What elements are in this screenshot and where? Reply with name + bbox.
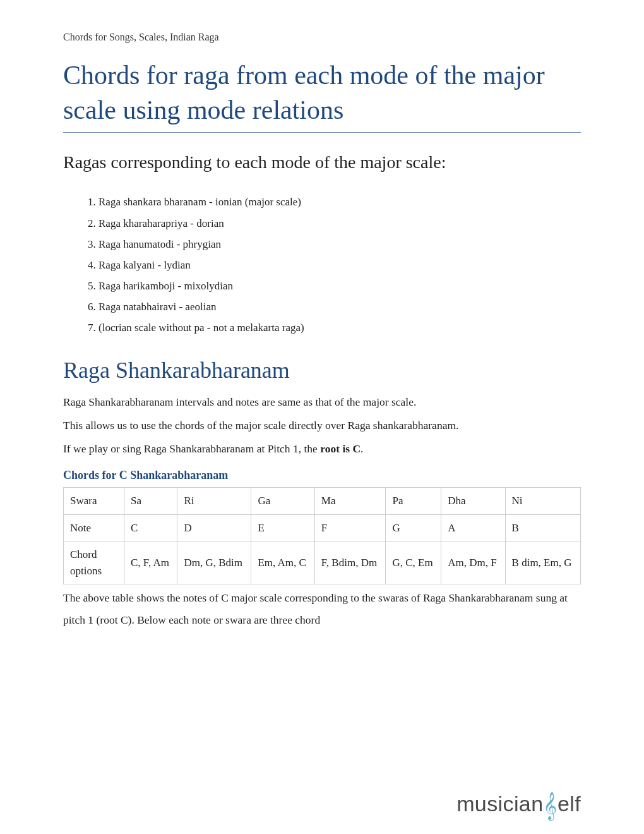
body-paragraph: The above table shows the notes of C maj…: [63, 587, 581, 631]
brand-logo: musician𝄞elf: [456, 792, 581, 816]
chords-table-title: Chords for C Shankarabharanam: [63, 469, 581, 482]
list-item: Raga hanumatodi - phrygian: [98, 234, 581, 255]
table-cell: E: [251, 514, 314, 541]
body-paragraph: Raga Shankarabharanam intervals and note…: [63, 391, 581, 413]
table-cell: Em, Am, C: [251, 541, 314, 584]
table-row: Swara Sa Ri Ga Ma Pa Dha Ni: [64, 488, 581, 515]
body-bold: root is C: [320, 442, 361, 455]
row-header: Swara: [64, 488, 124, 515]
table-cell: Sa: [124, 488, 177, 515]
row-header: Note: [64, 514, 124, 541]
body-text: .: [361, 442, 363, 455]
page-title: Chords for raga from each mode of the ma…: [63, 58, 581, 133]
table-cell: B: [505, 514, 580, 541]
chords-table: Swara Sa Ri Ga Ma Pa Dha Ni Note C D E F…: [63, 487, 581, 584]
body-paragraph: This allows us to use the chords of the …: [63, 414, 581, 437]
table-cell: A: [441, 514, 505, 541]
brand-text-right: elf: [558, 792, 581, 816]
table-cell: G: [386, 514, 441, 541]
table-cell: C: [124, 514, 177, 541]
body-text: If we play or sing Raga Shankarabharanam…: [63, 442, 320, 455]
brand-text-left: musician: [456, 792, 543, 816]
list-item: Raga harikamboji - mixolydian: [98, 275, 581, 296]
list-item: (locrian scale without pa - not a melaka…: [98, 317, 581, 338]
table-cell: Ma: [314, 488, 386, 515]
table-cell: F, Bdim, Dm: [314, 541, 386, 584]
table-cell: Am, Dm, F: [441, 541, 505, 584]
table-cell: B dim, Em, G: [505, 541, 580, 584]
section-subtitle: Ragas corresponding to each mode of the …: [63, 145, 581, 179]
table-cell: Pa: [386, 488, 441, 515]
table-cell: Ri: [177, 488, 251, 515]
table-row: Chord options C, F, Am Dm, G, Bdim Em, A…: [64, 541, 581, 584]
list-item: Raga shankara bharanam - ionian (major s…: [98, 191, 581, 212]
table-cell: Ga: [251, 488, 314, 515]
table-cell: C, F, Am: [124, 541, 177, 584]
body-paragraph: If we play or sing Raga Shankarabharanam…: [63, 438, 581, 460]
table-cell: Ni: [505, 488, 580, 515]
treble-clef-icon: 𝄞: [543, 795, 557, 816]
table-cell: Dha: [441, 488, 505, 515]
table-cell: F: [314, 514, 386, 541]
table-cell: D: [177, 514, 251, 541]
table-row: Note C D E F G A B: [64, 514, 581, 541]
table-cell: Dm, G, Bdim: [177, 541, 251, 584]
breadcrumb: Chords for Songs, Scales, Indian Raga: [63, 32, 581, 43]
list-item: Raga natabhairavi - aeolian: [98, 296, 581, 317]
list-item: Raga kharaharapriya - dorian: [98, 213, 581, 234]
table-cell: G, C, Em: [386, 541, 441, 584]
section-title: Raga Shankarabharanam: [63, 357, 581, 384]
raga-mode-list: Raga shankara bharanam - ionian (major s…: [98, 191, 581, 338]
row-header: Chord options: [64, 541, 124, 584]
list-item: Raga kalyani - lydian: [98, 255, 581, 275]
